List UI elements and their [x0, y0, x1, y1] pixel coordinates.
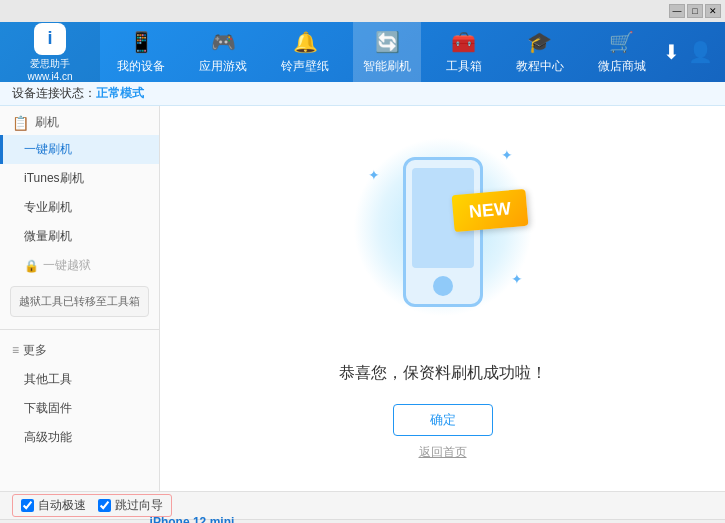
toolbox-icon: 🧰	[451, 30, 476, 54]
nav-toolbox[interactable]: 🧰 工具箱	[436, 22, 492, 82]
download-icon[interactable]: ⬇	[663, 40, 680, 64]
more-section-label: 更多	[23, 342, 47, 359]
apps-icon: 🎮	[211, 30, 236, 54]
minimize-button[interactable]: —	[669, 4, 685, 18]
flash-section-icon: 📋	[12, 115, 29, 131]
nav-my-device[interactable]: 📱 我的设备	[107, 22, 175, 82]
back-link[interactable]: 返回首页	[419, 444, 467, 461]
nav-ringtones[interactable]: 🔔 铃声壁纸	[271, 22, 339, 82]
bottom-bar: 📵 阻止iTunes运行 📱 iPhone 12 mini 64GB Down-…	[0, 519, 725, 523]
weidian-icon: 🛒	[609, 30, 634, 54]
sidebar-item-advanced[interactable]: 高级功能	[0, 423, 159, 452]
device-name: iPhone 12 mini	[150, 515, 239, 524]
nav-apps-games[interactable]: 🎮 应用游戏	[189, 22, 257, 82]
main-layout: 📋 刷机 一键刷机 iTunes刷机 专业刷机 微量刷机 🔒 一键越狱 越狱工具…	[0, 106, 725, 491]
user-icon[interactable]: 👤	[688, 40, 713, 64]
header: i 爱思助手 www.i4.cn 📱 我的设备 🎮 应用游戏 🔔 铃声壁纸 🔄 …	[0, 22, 725, 82]
sidebar-item-other-tools[interactable]: 其他工具	[0, 365, 159, 394]
jailbreak-note: 越狱工具已转移至工具箱	[10, 286, 149, 317]
maximize-button[interactable]: □	[687, 4, 703, 18]
window-controls: — □ ✕	[669, 4, 721, 18]
nav-weidian[interactable]: 🛒 微店商城	[588, 22, 656, 82]
sidebar-divider	[0, 329, 159, 330]
auto-select-checkbox-label[interactable]: 自动极速	[21, 497, 86, 514]
sidebar: 📋 刷机 一键刷机 iTunes刷机 专业刷机 微量刷机 🔒 一键越狱 越狱工具…	[0, 106, 160, 491]
title-bar: — □ ✕	[0, 0, 725, 22]
new-badge: NEW	[451, 188, 528, 231]
tutorial-icon: 🎓	[527, 30, 552, 54]
sparkle-icon-1: ✦	[368, 167, 380, 183]
phone-illustration: NEW ✦ ✦ ✦	[343, 137, 543, 347]
logo-area[interactable]: i 爱思助手 www.i4.cn	[0, 22, 100, 82]
sidebar-item-download-firmware[interactable]: 下载固件	[0, 394, 159, 423]
nav-tutorial[interactable]: 🎓 教程中心	[506, 22, 574, 82]
header-right-actions: ⬇ 👤	[663, 40, 725, 64]
phone-body	[403, 157, 483, 307]
sparkle-icon-2: ✦	[501, 147, 513, 163]
more-section-icon: ≡	[12, 343, 19, 357]
device-status-label: 设备连接状态：	[12, 85, 96, 102]
sidebar-item-pro-flash[interactable]: 专业刷机	[0, 193, 159, 222]
nav-smart-shop[interactable]: 🔄 智能刷机	[353, 22, 421, 82]
brand-name: 爱思助手	[30, 57, 70, 71]
bottom-device-info: 📵 阻止iTunes运行 📱 iPhone 12 mini 64GB Down-…	[12, 515, 239, 524]
sidebar-item-jailbreak-disabled: 🔒 一键越狱	[0, 251, 159, 280]
ringtones-icon: 🔔	[293, 30, 318, 54]
skip-wizard-checkbox[interactable]	[98, 499, 111, 512]
skip-wizard-label: 跳过向导	[115, 497, 163, 514]
sparkle-icon-3: ✦	[511, 271, 523, 287]
content-area: NEW ✦ ✦ ✦ 恭喜您，保资料刷机成功啦！ 确定 返回首页	[160, 106, 725, 491]
website: www.i4.cn	[27, 71, 72, 82]
sidebar-section-flash: 📋 刷机	[0, 106, 159, 135]
sidebar-item-data-flash[interactable]: 微量刷机	[0, 222, 159, 251]
my-device-icon: 📱	[129, 30, 154, 54]
smart-shop-icon: 🔄	[375, 30, 400, 54]
lock-icon: 🔒	[24, 259, 39, 273]
skip-wizard-checkbox-label[interactable]: 跳过向导	[98, 497, 163, 514]
auto-select-checkbox[interactable]	[21, 499, 34, 512]
sidebar-section-more: ≡ 更多	[0, 336, 159, 365]
success-message: 恭喜您，保资料刷机成功啦！	[339, 363, 547, 384]
nav-bar: 📱 我的设备 🎮 应用游戏 🔔 铃声壁纸 🔄 智能刷机 🧰 工具箱 🎓 教程中心…	[100, 22, 663, 82]
device-status-value: 正常模式	[96, 85, 144, 102]
phone-home-button	[433, 276, 453, 296]
confirm-button[interactable]: 确定	[393, 404, 493, 436]
auto-select-label: 自动极速	[38, 497, 86, 514]
sidebar-item-one-click-flash[interactable]: 一键刷机	[0, 135, 159, 164]
device-details: iPhone 12 mini 64GB Down-12mini-13,1	[150, 515, 239, 524]
close-button[interactable]: ✕	[705, 4, 721, 18]
device-status-bar: 设备连接状态： 正常模式	[0, 82, 725, 106]
logo-icon: i	[34, 23, 66, 55]
sidebar-item-itunes-flash[interactable]: iTunes刷机	[0, 164, 159, 193]
flash-section-label: 刷机	[35, 114, 59, 131]
